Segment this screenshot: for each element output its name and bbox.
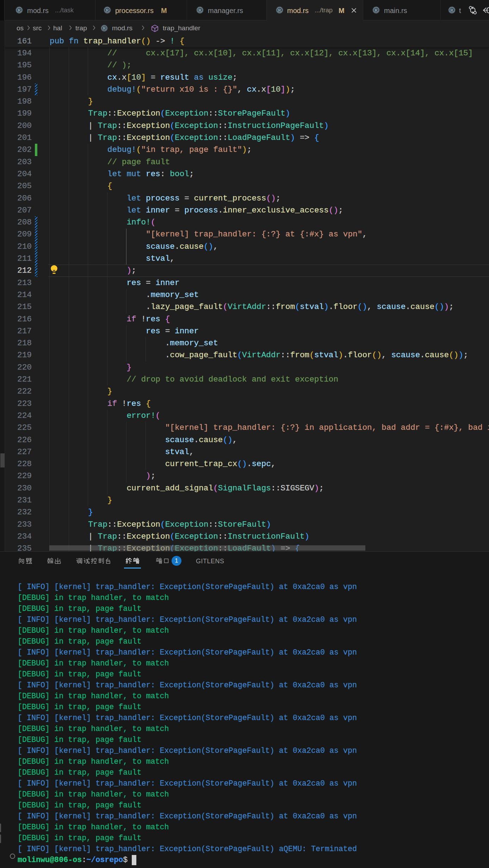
svg-text:R: R <box>450 8 454 13</box>
svg-text:R: R <box>278 8 281 13</box>
svg-text:R: R <box>106 8 109 13</box>
svg-text:R: R <box>375 8 378 13</box>
svg-text:R: R <box>198 8 202 13</box>
svg-text:R: R <box>18 8 21 13</box>
svg-text:R: R <box>103 26 106 31</box>
